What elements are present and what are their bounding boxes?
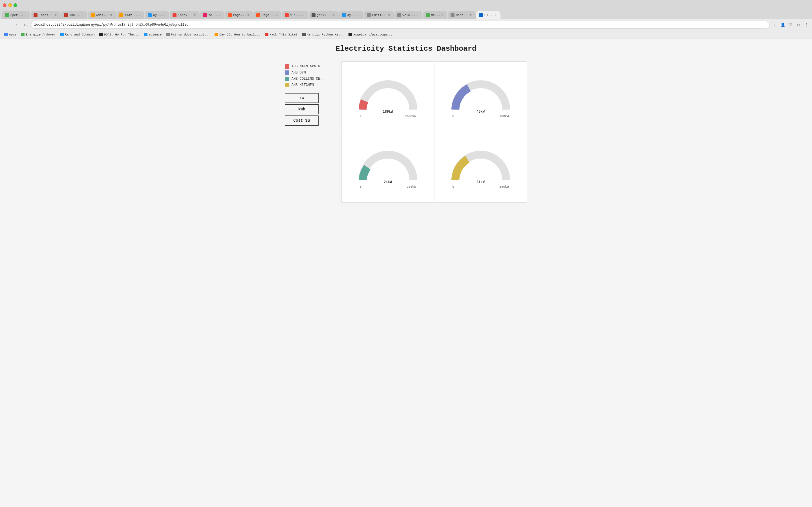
tab-close-icon[interactable]: × bbox=[193, 13, 197, 17]
legend: AHS MAIN aka a... AHS GYM AHS COLLINS CE… bbox=[285, 64, 341, 87]
tab-favicon bbox=[285, 13, 289, 17]
tab-welcome[interactable]: Welc... × bbox=[395, 11, 422, 19]
legend-color-main bbox=[285, 64, 289, 69]
bookmark-favicon bbox=[349, 33, 352, 36]
menu-icon[interactable]: ⋮ bbox=[803, 21, 810, 28]
legend-label-collins: AHS COLLINS CE... bbox=[292, 77, 326, 81]
tab-close-icon[interactable]: × bbox=[54, 13, 58, 17]
tab-incas2[interactable]: Inc... × bbox=[61, 11, 87, 19]
legend-label-kitchen: AHS KITCHEN bbox=[292, 83, 314, 87]
tab-favicon bbox=[203, 13, 207, 17]
bookmark-9gag[interactable]: 9GAG: Go Fun The... bbox=[97, 32, 141, 37]
bookmark-label: Apps bbox=[9, 33, 16, 36]
tab-close-icon[interactable]: × bbox=[246, 13, 250, 17]
gauge-min-main: 0 bbox=[360, 115, 362, 118]
profile-icon[interactable]: 👤 bbox=[779, 21, 786, 28]
tab-page1[interactable]: Page... × bbox=[225, 11, 253, 19]
tab-favicon bbox=[64, 13, 68, 17]
tab-favicon bbox=[256, 13, 260, 17]
tab-close-icon[interactable]: × bbox=[441, 13, 444, 17]
tab-11[interactable]: 1.1... × bbox=[282, 11, 308, 19]
tab-close-icon[interactable]: × bbox=[274, 13, 278, 17]
bookmark-energize[interactable]: Energize Andover bbox=[19, 32, 57, 37]
tab-close-icon[interactable]: × bbox=[81, 13, 85, 17]
kwh-button[interactable]: kWh bbox=[285, 104, 319, 114]
tab-close-icon[interactable]: × bbox=[416, 13, 419, 17]
tab-close-icon[interactable]: × bbox=[332, 13, 336, 17]
gauge-labels-collins: 0 250kW bbox=[357, 185, 419, 188]
tab-favicon bbox=[367, 13, 371, 17]
legend-item-kitchen: AHS KITCHEN bbox=[285, 83, 341, 87]
chart-cell-main: 0 7000kW 189kW bbox=[342, 62, 434, 132]
bookmark-day22[interactable]: Day 22: How to buil... bbox=[213, 32, 262, 37]
tab-inbox[interactable]: Inbox... × bbox=[170, 11, 200, 19]
gauge-value-gym: 45kW bbox=[476, 110, 485, 114]
tab-favicon bbox=[342, 13, 346, 17]
tab-ay2[interactable]: ay... × bbox=[339, 11, 363, 19]
tab-amazon1[interactable]: Amaz... × bbox=[88, 11, 116, 19]
tab-conf[interactable]: Conf... × bbox=[448, 11, 476, 19]
tab-close-icon[interactable]: × bbox=[469, 13, 473, 17]
minimize-button[interactable] bbox=[8, 3, 12, 7]
tab-close-icon[interactable]: × bbox=[387, 13, 391, 17]
bookmark-label: Rand and Johnson bbox=[65, 33, 95, 36]
tab-close-icon[interactable]: × bbox=[218, 13, 221, 17]
tab-jenkins[interactable]: jenki... × bbox=[309, 11, 339, 19]
bookmark-favicon bbox=[21, 33, 24, 36]
bookmark-favicon bbox=[265, 33, 268, 36]
tab-electricity-active[interactable]: El... × bbox=[476, 11, 500, 19]
tab-favicon bbox=[148, 13, 152, 17]
gauge-gym: 0 200kW 45kW bbox=[450, 73, 512, 118]
bookmark-favicon bbox=[60, 33, 64, 36]
tab-amazon2[interactable]: Amaz... × bbox=[116, 11, 144, 19]
bookmark-science[interactable]: science bbox=[142, 32, 163, 37]
cost-button[interactable]: Cost $$ bbox=[285, 115, 319, 126]
reload-button[interactable]: ↻ bbox=[21, 21, 29, 29]
forward-button[interactable]: → bbox=[12, 21, 20, 29]
extension-icon[interactable]: ⚙ bbox=[795, 21, 802, 28]
maximize-button[interactable] bbox=[13, 3, 17, 7]
window-controls bbox=[3, 3, 17, 7]
legend-label-main: AHS MAIN aka a... bbox=[292, 64, 326, 68]
bookmark-icon[interactable]: ☆ bbox=[771, 21, 778, 28]
tab-favicon bbox=[91, 13, 95, 17]
bookmark-rand[interactable]: Rand and Johnson bbox=[58, 32, 97, 37]
charts-grid: 0 7000kW 189kW 0 2 bbox=[341, 61, 527, 203]
bookmark-hackthissite[interactable]: Hack This Site! bbox=[263, 32, 299, 37]
tab-close-icon[interactable]: × bbox=[109, 13, 113, 17]
tab-favicon bbox=[312, 13, 315, 17]
legend-color-kitchen bbox=[285, 83, 289, 87]
tab-close-icon[interactable]: × bbox=[138, 13, 142, 17]
chart-cell-kitchen: 0 150kW 31kW bbox=[434, 132, 527, 203]
kw-button[interactable]: kW bbox=[285, 93, 319, 103]
tab-close-icon[interactable]: × bbox=[23, 13, 28, 17]
tab-ay1[interactable]: ay... × bbox=[145, 11, 169, 19]
address-bar[interactable]: localhost:63342/buildingEnergyApi/py/kW.… bbox=[31, 21, 770, 29]
nav-bar: ← → ↻ localhost:63342/buildingEnergyApi/… bbox=[0, 19, 812, 31]
tab-favicon bbox=[397, 13, 401, 17]
unit-buttons: kW kWh Cost $$ bbox=[285, 93, 341, 126]
tab-favicon bbox=[5, 13, 9, 17]
tab-close-icon[interactable]: × bbox=[494, 13, 498, 17]
bookmark-ddos[interactable]: Python ddos script... bbox=[164, 32, 212, 37]
tab-editing[interactable]: Editi... × bbox=[364, 11, 394, 19]
bookmark-apps[interactable]: Apps bbox=[2, 32, 18, 37]
tab-favicon bbox=[479, 13, 483, 17]
tab-ne[interactable]: ne... × bbox=[200, 11, 224, 19]
close-button[interactable] bbox=[3, 3, 6, 7]
bookmark-pyautogui[interactable]: asweigart/pyautogu... bbox=[347, 32, 395, 37]
tab-incas1[interactable]: Incas... × bbox=[31, 11, 61, 19]
bookmark-label: 9GAG: Go Fun The... bbox=[104, 33, 139, 36]
tab-close-icon[interactable]: × bbox=[357, 13, 361, 17]
tab-me[interactable]: Me... × bbox=[423, 11, 447, 19]
tab-open[interactable]: Oper... × bbox=[2, 11, 30, 19]
tab-close-icon[interactable]: × bbox=[301, 13, 305, 17]
back-button[interactable]: ← bbox=[2, 21, 10, 29]
tab-close-icon[interactable]: × bbox=[162, 13, 166, 17]
tab-page2[interactable]: Page... × bbox=[253, 11, 282, 19]
bookmark-label: asweigart/pyautogu... bbox=[353, 33, 393, 36]
shield-icon[interactable]: 🛡 bbox=[787, 21, 794, 28]
gauge-max-collins: 250kW bbox=[407, 185, 416, 188]
gauge-main: 0 7000kW 189kW bbox=[357, 73, 419, 118]
bookmark-xenotix[interactable]: Xenotix-Python-Ke... bbox=[300, 32, 346, 37]
